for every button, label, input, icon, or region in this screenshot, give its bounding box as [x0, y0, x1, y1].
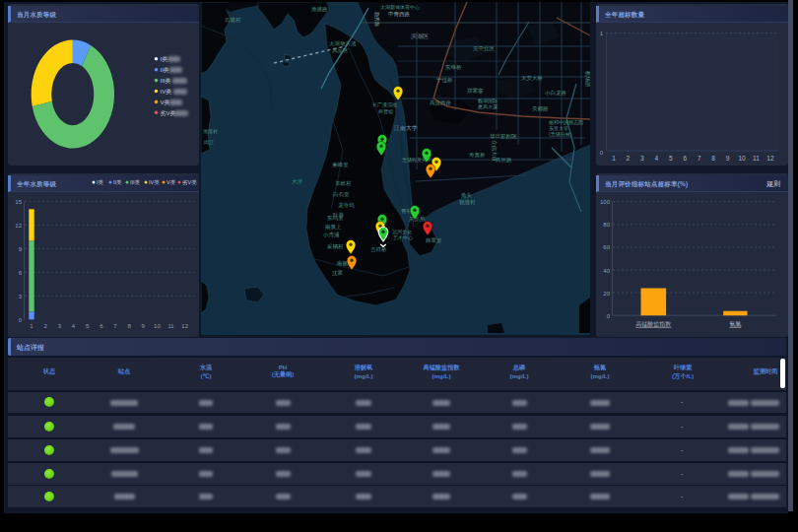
svg-text:立信大道: 立信大道	[491, 140, 498, 163]
svg-text:采橘村: 采橘村	[327, 243, 344, 250]
svg-text:5: 5	[86, 323, 90, 329]
svg-text:III类: III类	[161, 78, 171, 84]
svg-text:12: 12	[181, 323, 188, 329]
svg-text:15: 15	[15, 199, 22, 205]
svg-text:6: 6	[19, 270, 23, 276]
svg-text:40: 40	[603, 268, 610, 274]
svg-text:氨氮: 氨氮	[729, 320, 741, 327]
svg-text:9: 9	[726, 155, 730, 162]
svg-text:6: 6	[683, 155, 687, 162]
svg-text:角头: 角头	[461, 192, 473, 198]
svg-text:天安大桥: 天安大桥	[521, 75, 544, 81]
svg-text:吴都路: 吴都路	[532, 105, 549, 112]
svg-text:闾江: 闾江	[204, 139, 214, 146]
svg-text:6: 6	[100, 323, 103, 329]
svg-text:V类: V类	[166, 179, 176, 185]
svg-text:吉祥桥: 吉祥桥	[370, 246, 387, 252]
svg-text:1: 1	[600, 31, 604, 36]
svg-text:4: 4	[72, 323, 76, 329]
svg-text:2: 2	[44, 323, 48, 329]
svg-text:石塘村: 石塘村	[225, 17, 241, 24]
svg-text:III类: III类	[130, 179, 141, 185]
svg-text:渔港村: 渔港村	[203, 128, 218, 135]
svg-text:风景区: 风景区	[332, 47, 349, 53]
svg-text:3: 3	[19, 294, 23, 299]
svg-text:3: 3	[640, 155, 644, 162]
svg-text:吴中北区: 吴中北区	[473, 45, 496, 52]
svg-text:V类: V类	[161, 100, 170, 105]
svg-text:隐秀路: 隐秀路	[373, 12, 380, 27]
svg-text:南泉上: 南泉上	[325, 224, 342, 230]
svg-text:沈家: 沈家	[332, 270, 344, 277]
svg-text:重峰里: 重峰里	[332, 162, 349, 167]
svg-text:8: 8	[711, 155, 715, 162]
svg-text:II类: II类	[113, 179, 122, 185]
svg-text:科普馆: 科普馆	[378, 108, 393, 115]
svg-text:I类: I类	[97, 179, 104, 185]
svg-text:白石里: 白石里	[333, 191, 350, 198]
svg-text:高浪西路: 高浪西路	[430, 100, 452, 106]
svg-text:劣V类: 劣V类	[182, 179, 197, 186]
svg-text:60: 60	[603, 244, 610, 250]
svg-text:0: 0	[607, 313, 611, 319]
svg-text:20: 20	[603, 291, 610, 297]
svg-text:龙寺坞: 龙寺坞	[338, 202, 355, 209]
svg-text:太湖新城体育中心: 太湖新城体育中心	[380, 4, 420, 10]
svg-text:华庄影剧院: 华庄影剧院	[490, 133, 517, 140]
svg-text:艺术中心: 艺术中心	[393, 234, 413, 240]
svg-text:II类: II类	[161, 67, 169, 73]
svg-text:5: 5	[669, 155, 673, 162]
svg-text:高锰酸盐指数: 高锰酸盐指数	[635, 320, 671, 328]
svg-text:小白龙桥: 小白龙桥	[544, 90, 567, 97]
svg-text:(无锡分校): (无锡分校)	[549, 131, 572, 138]
svg-text:7: 7	[113, 323, 117, 329]
svg-text:1: 1	[30, 323, 33, 329]
svg-text:80: 80	[603, 222, 610, 228]
svg-text:10: 10	[154, 323, 161, 329]
svg-text:太湖鼋头渚: 太湖鼋头渚	[329, 40, 357, 47]
svg-text:4: 4	[654, 155, 658, 162]
svg-text:东绛桥: 东绛桥	[444, 64, 462, 70]
svg-text:寿奥桥: 寿奥桥	[469, 152, 486, 158]
svg-text:0: 0	[600, 150, 604, 156]
svg-text:小湾浦: 小湾浦	[322, 232, 340, 238]
svg-text:1: 1	[612, 155, 616, 162]
svg-text:2: 2	[627, 155, 631, 162]
svg-text:8: 8	[127, 323, 131, 329]
svg-text:郑家寨: 郑家寨	[467, 88, 484, 94]
svg-text:大浮: 大浮	[292, 178, 303, 185]
svg-text:薛家里: 薛家里	[426, 237, 442, 243]
svg-text:中青西路: 中青西路	[388, 11, 411, 18]
svg-text:0: 0	[19, 317, 23, 323]
svg-text:3: 3	[58, 323, 62, 329]
svg-text:IV类: IV类	[149, 179, 160, 185]
svg-text:无锡程及美术馆: 无锡程及美术馆	[402, 157, 436, 164]
svg-text:叶巷: 叶巷	[333, 212, 345, 218]
svg-text:7: 7	[698, 155, 701, 162]
svg-text:羊岐村: 羊岐村	[335, 180, 352, 187]
svg-text:100: 100	[600, 199, 611, 205]
svg-text:9: 9	[19, 246, 23, 252]
svg-text:11: 11	[167, 323, 174, 329]
svg-text:9: 9	[142, 323, 146, 329]
svg-text:11: 11	[753, 155, 760, 162]
svg-text:滨湖区: 滨湖区	[411, 33, 429, 39]
svg-text:渔港路: 渔港路	[311, 6, 328, 13]
svg-text:惠风大厦: 惠风大厦	[477, 103, 498, 110]
svg-text:12: 12	[15, 223, 22, 229]
svg-text:江南大学: 江南大学	[394, 124, 418, 131]
svg-text:长广溪湿地: 长广溪湿地	[372, 101, 397, 108]
svg-text:12: 12	[766, 155, 774, 162]
svg-text:宁佳桥: 宁佳桥	[436, 77, 453, 83]
svg-text:IV类: IV类	[161, 89, 172, 95]
svg-text:10: 10	[738, 155, 746, 162]
svg-text:祝塘村: 祝塘村	[459, 199, 476, 206]
